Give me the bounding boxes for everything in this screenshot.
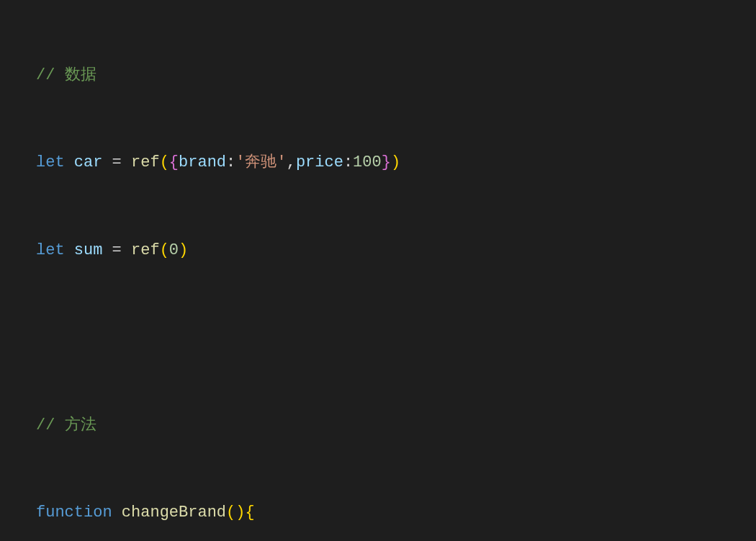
comment-text: // 方法 xyxy=(36,416,96,434)
brace-close: } xyxy=(382,153,391,171)
operator: = xyxy=(102,153,131,171)
code-line[interactable] xyxy=(0,323,756,353)
paren-close: ) xyxy=(179,241,188,259)
property: price xyxy=(296,153,343,171)
code-line[interactable]: function changeBrand(){ xyxy=(0,498,756,528)
code-line[interactable]: // 方法 xyxy=(0,411,756,441)
colon: : xyxy=(226,153,235,171)
number-literal: 100 xyxy=(353,153,382,171)
function-name: changeBrand xyxy=(122,504,226,522)
property: brand xyxy=(179,153,226,171)
function-call: ref xyxy=(131,153,160,171)
code-line[interactable]: let sum = ref(0) xyxy=(0,236,756,266)
brace-open: { xyxy=(245,504,254,522)
brace-open: { xyxy=(169,153,179,171)
keyword: let xyxy=(36,241,65,259)
string-literal: '奔驰' xyxy=(235,153,286,171)
code-editor[interactable]: // 数据 let car = ref({brand:'奔驰',price:10… xyxy=(0,0,756,541)
parens: () xyxy=(226,504,245,522)
paren-close: ) xyxy=(391,153,400,171)
colon: : xyxy=(343,153,353,171)
paren-open: ( xyxy=(160,153,169,171)
variable: sum xyxy=(74,241,103,259)
paren-open: ( xyxy=(160,241,169,259)
comment-text: // 数据 xyxy=(36,66,96,84)
comma: , xyxy=(287,153,296,171)
operator: = xyxy=(102,241,131,259)
function-call: ref xyxy=(131,241,160,259)
keyword: function xyxy=(36,504,112,522)
keyword: let xyxy=(36,153,65,171)
code-line[interactable]: // 数据 xyxy=(0,61,756,91)
number-literal: 0 xyxy=(169,241,179,259)
variable: car xyxy=(74,153,103,171)
code-line[interactable]: let car = ref({brand:'奔驰',price:100}) xyxy=(0,148,756,178)
